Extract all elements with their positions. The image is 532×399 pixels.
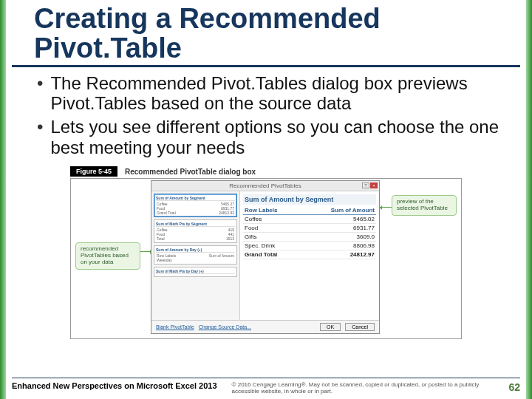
page-number: 62	[508, 381, 520, 393]
left-edge-accent	[0, 0, 6, 399]
callout-recommended: recommended PivotTables based on your da…	[75, 242, 140, 269]
dialog-footer: Blank PivotTable Change Source Data... O…	[151, 320, 379, 333]
right-edge-accent	[526, 0, 532, 399]
bullet-text: Lets you see different options so you ca…	[50, 117, 505, 157]
cancel-button[interactable]: Cancel	[345, 323, 375, 331]
thumb-title: Sum of Amount by Segment	[156, 196, 235, 201]
recommendation-thumb[interactable]: Sum of Math Pts by Segment Coffee419Food…	[154, 219, 237, 243]
figure-header: Figure 5-45 Recommended PivotTable dialo…	[70, 166, 462, 177]
blank-pivottable-link[interactable]: Blank PivotTable	[156, 324, 194, 330]
thumb-title: Sum of Amount by Day (+)	[156, 248, 235, 253]
figure-caption: Recommended PivotTable dialog box	[125, 168, 256, 176]
col-header: Sum of Amount	[301, 206, 376, 215]
ok-button[interactable]: OK	[320, 323, 341, 331]
figure-body: recommended PivotTables based on your da…	[70, 178, 462, 339]
dialog-titlebar: Recommended PivotTables ? ×	[151, 181, 379, 191]
recommendation-thumb[interactable]: Sum of Amount by Segment Coffee5465.27Fo…	[154, 194, 237, 217]
preview-pane: Sum of Amount by Segment Row LabelsSum o…	[240, 191, 379, 320]
col-header: Row Labels	[243, 206, 301, 215]
preview-table: Row LabelsSum of Amount Coffee5465.02 Fo…	[243, 206, 376, 259]
figure: Figure 5-45 Recommended PivotTable dialo…	[70, 166, 462, 339]
bullet-dot: •	[37, 117, 43, 157]
change-source-link[interactable]: Change Source Data...	[199, 324, 251, 330]
thumb-title: Sum of Math Pts by Segment	[156, 222, 235, 227]
bullet-text: The Recommended Pivot.Tables dialog box …	[50, 73, 505, 114]
slide-title: Creating a Recommended Pivot.Table	[12, 0, 520, 67]
recommendation-thumb[interactable]: Sum of Amount by Day (+) Row LabelsSum o…	[154, 245, 237, 265]
recommendation-thumb[interactable]: Sum of Math Pts by Day (+)	[154, 267, 237, 277]
bullet-dot: •	[37, 73, 43, 114]
bullet-list: •The Recommended Pivot.Tables dialog box…	[0, 67, 532, 165]
footer-copyright: © 2016 Cengage Learning®. May not be sca…	[232, 381, 494, 395]
callout-arrow-right	[378, 207, 392, 208]
dialog-title: Recommended PivotTables	[229, 183, 301, 189]
help-icon[interactable]: ?	[362, 183, 369, 188]
callout-preview: preview of the selected PivotTable	[392, 195, 457, 216]
thumb-title: Sum of Math Pts by Day (+)	[156, 269, 235, 274]
recommendation-list[interactable]: Sum of Amount by Segment Coffee5465.27Fo…	[151, 191, 240, 320]
close-icon[interactable]: ×	[370, 183, 378, 188]
slide-footer: Enhanced New Perspectives on Microsoft E…	[12, 378, 520, 395]
figure-number-tab: Figure 5-45	[70, 166, 117, 177]
preview-heading: Sum of Amount by Segment	[243, 194, 376, 205]
recommended-pivottables-dialog: Recommended PivotTables ? × Sum of Amoun…	[151, 180, 380, 334]
footer-left: Enhanced New Perspectives on Microsoft E…	[12, 381, 217, 390]
